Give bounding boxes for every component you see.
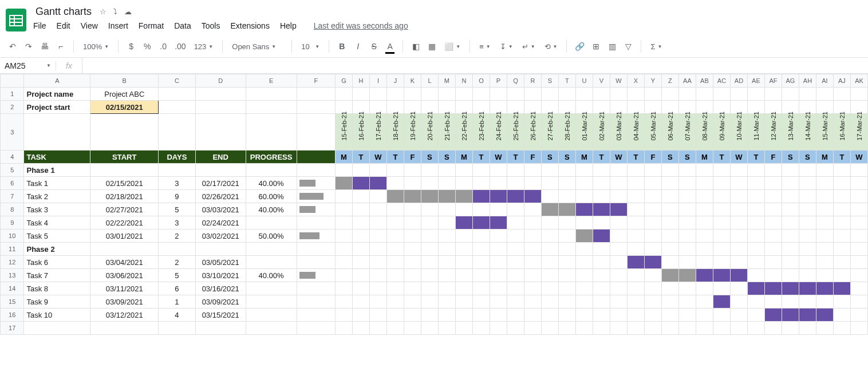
- cell[interactable]: [764, 243, 782, 256]
- cell[interactable]: 24-Feb-21: [490, 114, 507, 151]
- cell[interactable]: S: [661, 151, 678, 164]
- cell[interactable]: [335, 295, 352, 308]
- cell[interactable]: [386, 88, 404, 101]
- cell[interactable]: [524, 282, 541, 295]
- cell[interactable]: [472, 164, 490, 177]
- cell[interactable]: [627, 164, 644, 177]
- cell[interactable]: [575, 295, 593, 308]
- cell[interactable]: [661, 229, 678, 243]
- currency-button[interactable]: $: [124, 39, 138, 54]
- cell[interactable]: 03/12/2021: [90, 308, 159, 322]
- cell[interactable]: [421, 216, 438, 229]
- cell[interactable]: [455, 203, 472, 216]
- cell[interactable]: [246, 216, 297, 229]
- cell[interactable]: [816, 229, 833, 243]
- cell[interactable]: [558, 282, 575, 295]
- cell[interactable]: [696, 295, 713, 308]
- cell[interactable]: [297, 177, 335, 190]
- cell[interactable]: [369, 88, 386, 101]
- cell[interactable]: [404, 308, 421, 322]
- cell[interactable]: [507, 243, 524, 256]
- cell[interactable]: [455, 308, 472, 322]
- cell[interactable]: [730, 216, 747, 229]
- cell[interactable]: [455, 295, 472, 308]
- cell[interactable]: [369, 295, 386, 308]
- cell[interactable]: [195, 88, 246, 101]
- cell[interactable]: [369, 256, 386, 269]
- cell[interactable]: [335, 282, 352, 295]
- cell[interactable]: [490, 164, 507, 177]
- cell[interactable]: [246, 243, 297, 256]
- cell[interactable]: [297, 308, 335, 322]
- cell[interactable]: [490, 229, 507, 243]
- cell[interactable]: [833, 216, 850, 229]
- cell[interactable]: [524, 256, 541, 269]
- cell[interactable]: [386, 177, 404, 190]
- cell[interactable]: [386, 190, 404, 203]
- cell[interactable]: T: [352, 151, 369, 164]
- cell[interactable]: [730, 256, 747, 269]
- cell[interactable]: [850, 282, 867, 295]
- cell[interactable]: [352, 190, 369, 203]
- cell[interactable]: [627, 190, 644, 203]
- wrap-button[interactable]: ↵▼: [519, 42, 539, 51]
- cell[interactable]: Project name: [24, 88, 90, 101]
- cell[interactable]: [593, 256, 610, 269]
- cell[interactable]: [421, 229, 438, 243]
- cell[interactable]: [661, 308, 678, 322]
- cell[interactable]: [421, 322, 438, 335]
- cell[interactable]: [850, 256, 867, 269]
- cell[interactable]: 16-Feb-21: [352, 114, 369, 151]
- menu-file[interactable]: File: [33, 21, 46, 30]
- name-box[interactable]: AM25▼: [0, 61, 56, 70]
- cell[interactable]: [159, 243, 196, 256]
- cell[interactable]: Phase 2: [24, 243, 90, 256]
- cell[interactable]: [593, 164, 610, 177]
- cell[interactable]: [799, 282, 816, 295]
- cell[interactable]: [644, 322, 661, 335]
- cell[interactable]: [816, 216, 833, 229]
- cell[interactable]: [246, 295, 297, 308]
- cell[interactable]: [713, 203, 730, 216]
- cell[interactable]: [507, 203, 524, 216]
- cell[interactable]: [438, 229, 455, 243]
- cell[interactable]: [159, 88, 196, 101]
- cell[interactable]: 10-Mar-21: [730, 114, 747, 151]
- cell[interactable]: 50.00%: [246, 229, 297, 243]
- cell[interactable]: [799, 322, 816, 335]
- cell[interactable]: S: [438, 151, 455, 164]
- cell[interactable]: [833, 282, 850, 295]
- cell[interactable]: Task 4: [24, 216, 90, 229]
- cell[interactable]: 17-Feb-21: [369, 114, 386, 151]
- cell[interactable]: S: [541, 151, 558, 164]
- cell[interactable]: [747, 203, 764, 216]
- cell[interactable]: Task 3: [24, 203, 90, 216]
- cell[interactable]: [816, 177, 833, 190]
- cell[interactable]: [661, 243, 678, 256]
- cell[interactable]: [610, 88, 627, 101]
- cell[interactable]: [558, 88, 575, 101]
- cell[interactable]: [747, 322, 764, 335]
- cell[interactable]: [438, 256, 455, 269]
- menu-edit[interactable]: Edit: [57, 21, 70, 30]
- cell[interactable]: Task 5: [24, 229, 90, 243]
- sheets-logo[interactable]: [5, 5, 27, 35]
- cell[interactable]: [404, 322, 421, 335]
- cell[interactable]: 2: [159, 256, 196, 269]
- cell[interactable]: [297, 88, 335, 101]
- cell[interactable]: 05-Mar-21: [644, 114, 661, 151]
- cell[interactable]: [764, 322, 782, 335]
- cell[interactable]: [524, 216, 541, 229]
- cell[interactable]: [472, 177, 490, 190]
- cell[interactable]: [386, 295, 404, 308]
- fill-color-button[interactable]: ◧: [409, 39, 423, 54]
- strikethrough-button[interactable]: S: [367, 39, 381, 54]
- rotate-button[interactable]: ⟲▼: [541, 42, 561, 51]
- cell[interactable]: [195, 114, 246, 151]
- cell[interactable]: [438, 177, 455, 190]
- cell[interactable]: [713, 88, 730, 101]
- cell[interactable]: [696, 282, 713, 295]
- halign-button[interactable]: ≡▼: [476, 42, 494, 51]
- cell[interactable]: [782, 282, 799, 295]
- cloud-icon[interactable]: ☁: [124, 7, 132, 16]
